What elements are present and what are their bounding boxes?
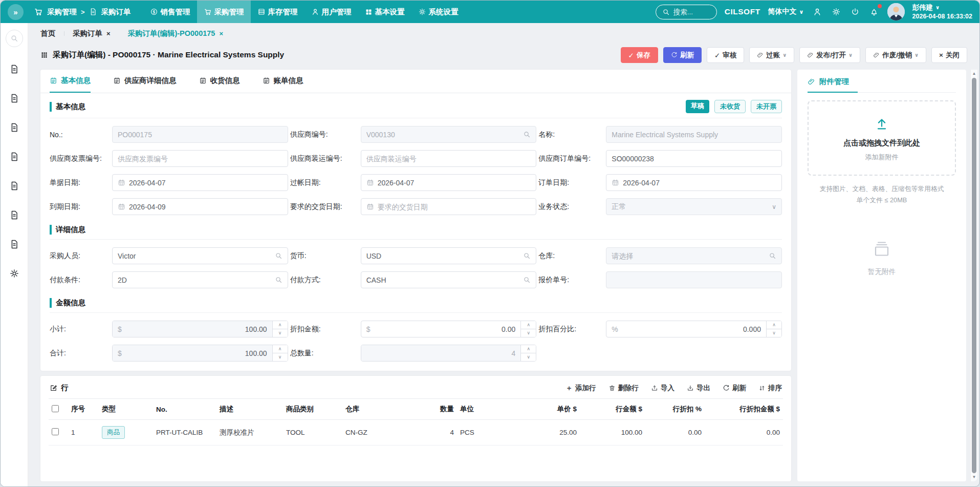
sidebar-item-doc-6[interactable] [1,200,28,229]
scroll-down-arrow[interactable]: ▼ [972,474,976,481]
currency-input[interactable] [366,252,520,260]
menu-item-inventory[interactable]: 库存管理 [251,1,304,23]
form-tab-receiving-info[interactable]: 收货信息 [199,70,240,93]
tab-home[interactable]: 首页 [40,29,64,38]
search-icon[interactable] [275,276,282,284]
column-header[interactable]: 数量 [408,399,457,420]
discount-percent-input[interactable] [621,325,761,333]
stepper-up-button[interactable]: ∧ [521,321,536,329]
order-date-field[interactable] [606,174,782,191]
column-header[interactable]: 单价 $ [513,399,580,420]
tab-purchase-orders[interactable]: 采购订单 × [64,29,119,38]
menu-item-basic-settings[interactable]: 基本设置 [358,1,411,23]
search-icon[interactable] [275,252,282,260]
menu-item-purchase[interactable]: 采购管理 [197,1,251,23]
column-header[interactable]: 商品类别 [283,399,342,420]
vertical-scrollbar[interactable]: ▲ ▼ [970,70,977,481]
stepper-down-button[interactable]: ∨ [521,329,536,337]
search-icon[interactable] [523,276,531,284]
sidebar-item-doc-4[interactable] [1,142,28,171]
user-menu[interactable]: 彭伟建 ∨ 2026-04-08 16:33:02 [912,3,972,20]
supplier-invoice-no-input[interactable] [118,155,282,163]
posting-date-input[interactable] [378,179,531,187]
void-revoke-button[interactable]: 作废/撤销 ∨ [865,47,926,63]
language-selector[interactable]: 简体中文 ∨ [768,7,804,16]
profile-button[interactable] [812,6,823,17]
form-tab-basic-info[interactable]: 基本信息 [50,70,91,93]
order-date-input[interactable] [623,179,776,187]
column-header[interactable]: 行金额 $ [580,399,645,420]
menu-item-sales[interactable]: 销售管理 [143,1,197,23]
stepper-down-button[interactable]: ∨ [273,329,288,337]
export-button[interactable]: 导出 [687,384,710,393]
discount-amount-field[interactable]: $ ∧ ∨ [361,321,537,337]
buyer-input[interactable] [118,252,271,260]
required-delivery-date-input[interactable] [378,203,531,211]
column-header[interactable]: 仓库 [342,399,408,420]
file-dropzone[interactable]: 点击或拖拽文件到此处 添加新附件 [808,100,956,176]
audit-button[interactable]: ✓ 审核 [707,47,744,63]
stepper-down-button[interactable]: ∨ [767,329,781,337]
sidebar-item-doc-7[interactable] [1,229,28,259]
close-button[interactable]: × 关闭 [931,47,967,63]
supplier-shipping-no-field[interactable] [361,150,537,167]
notifications-button[interactable] [868,6,880,17]
import-button[interactable]: 导入 [651,384,674,393]
supplier-invoice-no-field[interactable] [112,150,288,167]
payment-terms-field[interactable] [112,271,288,288]
supplier-no-field[interactable] [361,126,537,143]
stepper-down-button[interactable]: ∨ [521,353,536,361]
refresh-button[interactable]: 刷新 [663,47,702,63]
column-header[interactable]: 行折扣金额 $ [705,399,783,420]
row-checkbox[interactable] [52,428,59,435]
required-delivery-date-field[interactable] [361,198,537,215]
search-icon[interactable] [523,252,531,260]
column-header[interactable]: 行折扣 % [645,399,705,420]
payment-method-field[interactable] [361,271,537,288]
sidebar-item-settings[interactable] [1,259,28,288]
column-header[interactable]: No. [153,399,216,420]
menu-item-users[interactable]: 用户管理 [304,1,358,23]
form-tab-billing-info[interactable]: 账单信息 [263,70,303,93]
sidebar-item-doc-1[interactable] [1,54,28,83]
supplier-shipping-no-input[interactable] [366,155,531,163]
sidebar-item-doc-5[interactable] [1,171,28,200]
close-icon[interactable]: × [219,30,223,37]
add-row-button[interactable]: ＋ 添加行 [566,384,596,393]
settings-button[interactable] [831,6,842,17]
logout-button[interactable] [850,6,861,17]
discount-amount-input[interactable] [373,325,515,333]
menu-item-system-settings[interactable]: 系统设置 [411,1,465,23]
doc-date-field[interactable] [112,174,288,191]
sidebar-item-doc-2[interactable] [1,83,28,113]
payment-terms-input[interactable] [118,276,271,284]
buyer-field[interactable] [112,247,288,264]
avatar[interactable] [887,3,905,20]
supplier-order-no-input[interactable] [612,155,776,163]
stepper-up-button[interactable]: ∧ [521,345,536,353]
scrollbar-thumb[interactable] [972,78,976,473]
global-search-input[interactable] [673,8,710,16]
sidebar-search-button[interactable] [6,30,23,47]
breadcrumb-current[interactable]: 采购订单 [101,7,131,17]
global-search[interactable] [656,5,717,19]
tab-po-edit[interactable]: 采购订单(编辑)-PO000175 × [119,29,232,38]
table-row[interactable]: 1 商品 PRT-UT-CALIB 测厚校准片 TOOL CN-GZ 4 PCS… [49,420,783,446]
save-button[interactable]: ✓ 保存 [621,47,658,63]
due-date-field[interactable] [112,198,288,215]
form-tab-supplier-details[interactable]: 供应商详细信息 [113,70,177,93]
currency-field[interactable] [361,247,537,264]
post-button[interactable]: 过账 ∨ [749,47,794,63]
column-header[interactable]: 描述 [216,399,283,420]
due-date-input[interactable] [129,203,282,211]
column-header[interactable]: 单位 [457,399,513,420]
stepper-up-button[interactable]: ∧ [273,345,288,353]
column-header[interactable]: 序号 [68,399,99,420]
posting-date-field[interactable] [361,174,537,191]
sidebar-item-doc-3[interactable] [1,113,28,142]
column-header[interactable]: 类型 [99,399,153,420]
publish-open-button[interactable]: 发布/打开 ∨ [799,47,860,63]
scroll-up-arrow[interactable]: ▲ [972,70,976,77]
breadcrumb-root[interactable]: 采购管理 [47,7,77,17]
payment-method-input[interactable] [366,276,520,284]
